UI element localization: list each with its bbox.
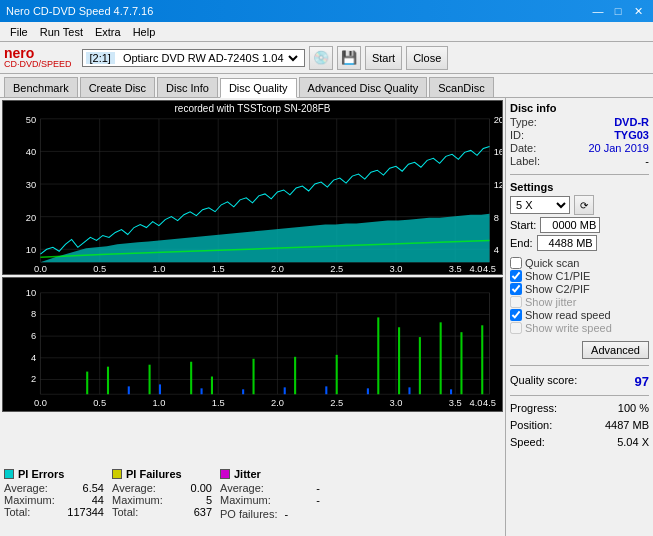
save-icon-button[interactable]: 💾 — [337, 46, 361, 70]
svg-text:20: 20 — [26, 213, 36, 223]
show-read-speed-row: Show read speed — [510, 309, 649, 321]
window-title: Nero CD-DVD Speed 4.7.7.16 — [6, 5, 153, 17]
pi-failures-color — [112, 469, 122, 479]
bottom-chart: 10 8 6 4 2 — [2, 277, 503, 412]
svg-rect-59 — [159, 384, 161, 394]
svg-rect-75 — [377, 317, 379, 394]
tab-disc-quality[interactable]: Disc Quality — [220, 78, 297, 98]
drive-dropdown[interactable]: Optiarc DVD RW AD-7240S 1.04 — [119, 51, 301, 65]
quality-score-value: 97 — [635, 374, 649, 389]
advanced-button[interactable]: Advanced — [582, 341, 649, 359]
chart-title: recorded with TSSTcorp SN-208FB — [175, 103, 331, 114]
menu-bar: File Run Test Extra Help — [0, 22, 653, 42]
svg-rect-62 — [284, 387, 286, 394]
svg-rect-76 — [398, 327, 400, 394]
pi-failures-header: PI Failures — [112, 468, 212, 480]
menu-help[interactable]: Help — [127, 25, 162, 39]
svg-rect-74 — [336, 355, 338, 394]
end-mb-row: End: — [510, 235, 649, 251]
show-jitter-row: Show jitter — [510, 296, 649, 308]
svg-text:8: 8 — [494, 213, 499, 223]
svg-text:16: 16 — [494, 148, 502, 158]
svg-rect-70 — [190, 362, 192, 395]
tab-scandisc[interactable]: ScanDisc — [429, 77, 493, 97]
svg-text:8: 8 — [31, 310, 36, 320]
svg-rect-61 — [242, 389, 244, 394]
minimize-button[interactable]: — — [589, 3, 607, 19]
speed-setting-row: 5 X 1 X 2 X 4 X 8 X Max ⟳ — [510, 195, 649, 215]
start-button[interactable]: Start — [365, 46, 402, 70]
svg-text:4: 4 — [31, 353, 36, 363]
svg-rect-68 — [107, 367, 109, 395]
quality-score-row: Quality score: 97 — [510, 374, 649, 389]
svg-text:40: 40 — [26, 148, 36, 158]
drive-selector[interactable]: [2:1] Optiarc DVD RW AD-7240S 1.04 — [82, 49, 305, 67]
advanced-btn-container: Advanced — [510, 339, 649, 359]
svg-rect-77 — [419, 337, 421, 394]
svg-rect-65 — [408, 387, 410, 394]
svg-text:1.0: 1.0 — [152, 398, 165, 408]
tab-disc-info[interactable]: Disc Info — [157, 77, 218, 97]
tab-create-disc[interactable]: Create Disc — [80, 77, 155, 97]
svg-rect-63 — [325, 386, 327, 394]
svg-rect-69 — [149, 365, 151, 395]
tab-advanced-disc-quality[interactable]: Advanced Disc Quality — [299, 77, 428, 97]
svg-text:2.0: 2.0 — [271, 398, 284, 408]
end-mb-input[interactable] — [537, 235, 597, 251]
speed-row: Speed: 5.04 X — [510, 436, 649, 448]
quick-scan-checkbox[interactable] — [510, 257, 522, 269]
quick-scan-row: Quick scan — [510, 257, 649, 269]
divider-2 — [510, 365, 649, 366]
title-bar: Nero CD-DVD Speed 4.7.7.16 — □ ✕ — [0, 0, 653, 22]
svg-rect-66 — [450, 389, 452, 394]
show-write-speed-checkbox[interactable] — [510, 322, 522, 334]
pi-failures-avg-row: Average: 0.00 — [112, 482, 212, 494]
divider-3 — [510, 395, 649, 396]
svg-rect-71 — [211, 377, 213, 395]
close-button[interactable]: ✕ — [629, 3, 647, 19]
menu-extra[interactable]: Extra — [89, 25, 127, 39]
pi-errors-stats: PI Errors Average: 6.54 Maximum: 44 Tota… — [4, 468, 104, 534]
show-c2-pif-row: Show C2/PIF — [510, 283, 649, 295]
svg-rect-58 — [128, 386, 130, 394]
svg-text:30: 30 — [26, 180, 36, 190]
svg-text:10: 10 — [26, 245, 36, 255]
maximize-button[interactable]: □ — [609, 3, 627, 19]
show-c2-pif-checkbox[interactable] — [510, 283, 522, 295]
toolbar: nero CD·DVD/SPEED [2:1] Optiarc DVD RW A… — [0, 42, 653, 74]
svg-rect-80 — [481, 325, 483, 394]
menu-file[interactable]: File — [4, 25, 34, 39]
main-content: recorded with TSSTcorp SN-208FB 50 40 30… — [0, 98, 653, 536]
pi-failures-total-row: Total: 637 — [112, 506, 212, 518]
svg-text:0.5: 0.5 — [93, 264, 106, 274]
svg-text:6: 6 — [31, 331, 36, 341]
show-c1-pie-checkbox[interactable] — [510, 270, 522, 282]
svg-text:2.5: 2.5 — [330, 264, 343, 274]
svg-text:3.0: 3.0 — [389, 264, 402, 274]
menu-run-test[interactable]: Run Test — [34, 25, 89, 39]
close-toolbar-button[interactable]: Close — [406, 46, 448, 70]
jitter-max-row: Maximum: - — [220, 494, 320, 506]
disc-id-row: ID: TYG03 — [510, 129, 649, 141]
disc-icon-button[interactable]: 💿 — [309, 46, 333, 70]
pi-errors-header: PI Errors — [4, 468, 104, 480]
svg-text:50: 50 — [26, 115, 36, 125]
drive-label: [2:1] — [86, 52, 115, 64]
tab-benchmark[interactable]: Benchmark — [4, 77, 78, 97]
jitter-avg-row: Average: - — [220, 482, 320, 494]
show-jitter-checkbox[interactable] — [510, 296, 522, 308]
tab-bar: Benchmark Create Disc Disc Info Disc Qua… — [0, 74, 653, 98]
jitter-stats: Jitter Average: - Maximum: - PO failures… — [220, 468, 320, 534]
svg-text:1.0: 1.0 — [152, 264, 165, 274]
show-read-speed-checkbox[interactable] — [510, 309, 522, 321]
charts-area: recorded with TSSTcorp SN-208FB 50 40 30… — [0, 98, 505, 466]
speed-dropdown[interactable]: 5 X 1 X 2 X 4 X 8 X Max — [510, 196, 570, 214]
svg-text:4.0: 4.0 — [470, 264, 483, 274]
start-mb-input[interactable] — [540, 217, 600, 233]
settings-refresh-button[interactable]: ⟳ — [574, 195, 594, 215]
svg-text:0.0: 0.0 — [34, 398, 47, 408]
svg-text:4.5: 4.5 — [483, 398, 496, 408]
po-failures-row: PO failures: - — [220, 508, 320, 520]
settings-title: Settings — [510, 181, 649, 193]
pi-failures-stats: PI Failures Average: 0.00 Maximum: 5 Tot… — [112, 468, 212, 534]
